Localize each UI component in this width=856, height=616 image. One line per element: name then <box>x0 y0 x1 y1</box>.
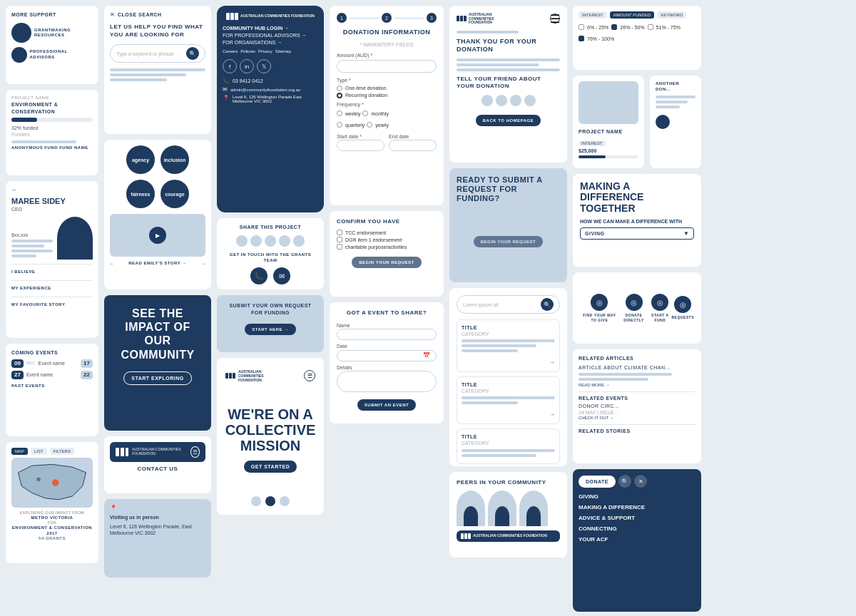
submit-request-card: SUBMIT YOUR OWN REQUEST FOR FUNDING STAR… <box>217 295 324 352</box>
project-name-label: PROJECT NAME <box>11 96 93 101</box>
amount-tab[interactable]: AMOUNT FUNDED <box>610 11 655 19</box>
range4[interactable] <box>579 36 584 41</box>
bequests-label: BEQUESTS <box>671 315 694 320</box>
phone-contact-icon[interactable]: 📞 <box>250 267 268 284</box>
menu-icon[interactable]: ☰ <box>190 446 200 458</box>
r-yearly[interactable] <box>367 122 372 128</box>
social4[interactable] <box>524 95 536 106</box>
social3[interactable] <box>510 95 521 106</box>
share-em[interactable] <box>279 235 290 247</box>
share-label: SHARE THIS PROJECT <box>223 224 318 231</box>
check-char[interactable] <box>337 244 342 250</box>
share-project-card: SHARE THIS PROJECT GET IN TOUCH WITH THE… <box>217 218 324 289</box>
r-weekly[interactable] <box>337 111 342 116</box>
search-list-icon[interactable]: 🔍 <box>541 298 554 311</box>
r-quarterly[interactable] <box>337 122 342 128</box>
name-input[interactable] <box>337 329 437 340</box>
play-icon[interactable]: ▶ <box>149 227 166 244</box>
range3[interactable] <box>648 24 653 30</box>
keyword-tab[interactable]: KEYWORD <box>657 11 686 19</box>
details-input[interactable] <box>337 371 437 392</box>
search-placeholder: Type a keyword or phrase <box>116 51 186 56</box>
donate-icon[interactable]: ◎ <box>626 294 643 311</box>
privacy-link[interactable]: Privacy <box>258 49 272 53</box>
submit-event-btn[interactable]: SUBMIT AN EVENT <box>357 399 416 411</box>
donate-btn[interactable]: DONATE <box>579 476 616 488</box>
acf-logo-small: AUSTRALIAN COMMUNITIES FOUNDATION <box>116 448 190 456</box>
menu-thankyou[interactable]: ☰ <box>550 14 560 24</box>
begin-request-btn[interactable]: BEGIN YOUR REQUEST <box>352 257 422 268</box>
project-amount: $25,000 <box>579 148 638 154</box>
linkedin-icon[interactable]: in <box>240 59 254 73</box>
search-nav-icon[interactable]: 🔍 <box>618 475 631 488</box>
step1: 1 <box>337 13 347 23</box>
read-story-link[interactable]: READ EMILY'S STORY → <box>128 261 186 267</box>
close-nav-icon[interactable]: ✕ <box>634 475 647 488</box>
policies-link[interactable]: Policies <box>240 49 255 53</box>
event-date: 24 MAY | MELB... <box>579 409 696 416</box>
social1[interactable] <box>482 95 493 106</box>
twitter-icon[interactable]: 𝕏 <box>257 59 271 73</box>
start-fund-icon[interactable]: ◎ <box>651 294 668 311</box>
quarterly: quarterly <box>345 123 365 128</box>
nav-making[interactable]: MAKING A DIFFERENCE <box>579 504 696 510</box>
confirm-card: CONFIRM YOU HAVE TCC endorsement DGR ite… <box>330 211 444 297</box>
search-bar[interactable]: Type a keyword or phrase 🔍 <box>110 44 205 63</box>
sitemap-link[interactable]: Sitemap <box>275 49 291 53</box>
find-way-icon[interactable]: ◎ <box>591 294 608 311</box>
bequests-icon[interactable]: ◎ <box>674 296 691 313</box>
range1[interactable] <box>579 24 584 30</box>
nav-connecting[interactable]: CONNECTING <box>579 525 696 532</box>
map-tab[interactable]: MAP <box>11 448 28 455</box>
share-cp[interactable] <box>293 235 305 247</box>
check-tcc[interactable] <box>337 230 342 235</box>
giving-dropdown[interactable]: GIVING <box>585 230 683 237</box>
interest-tab[interactable]: INTEREST <box>579 11 607 19</box>
check-it-out[interactable]: CHECK IT OUT → <box>579 416 696 421</box>
community-hub-link[interactable]: COMMUNITY HUB LOGIN → <box>223 26 318 31</box>
category-year: ENVIRONMENT & CONSERVATION 2017 <box>11 525 93 537</box>
nav-acf[interactable]: YOUR ACF <box>579 536 696 543</box>
begin-request-btn2[interactable]: BEGIN YOUR REQUEST <box>474 236 544 247</box>
r2: 26% - 50% <box>620 25 644 30</box>
list-search[interactable]: Lorem ipsum sit 🔍 <box>457 295 560 314</box>
r-monthly[interactable] <box>362 111 368 116</box>
menu-icon-mission[interactable]: ☰ <box>304 370 315 381</box>
start-exploring-btn[interactable]: START EXPLORING <box>123 371 191 385</box>
nav-advice[interactable]: ADVICE & SUPPORT <box>579 515 696 521</box>
back-homepage-btn[interactable]: BACK TO HOMEPAGE <box>476 115 541 126</box>
facebook-icon[interactable]: f <box>223 59 237 73</box>
share-ln[interactable] <box>265 235 276 247</box>
nav-giving[interactable]: GIVING <box>579 493 696 500</box>
share-tw[interactable] <box>250 235 262 247</box>
careers-link[interactable]: Careers <box>223 49 238 53</box>
end-date-input[interactable] <box>389 140 437 151</box>
event-name: DONOR CIRC... <box>579 403 696 409</box>
email-contact-icon[interactable]: ✉ <box>273 267 290 284</box>
filters-tab[interactable]: FILTERS <box>50 448 74 455</box>
orgs-link[interactable]: FOR ORGANISATIONS → <box>223 40 318 45</box>
check-dgr[interactable] <box>337 237 342 242</box>
radio-onetime[interactable] <box>337 86 342 91</box>
advisors-link[interactable]: FOR PROFESSIONAL ADVISORS → <box>223 33 318 38</box>
get-started-btn[interactable]: GET STARTED <box>244 461 297 473</box>
date-input[interactable]: 📅 <box>337 350 437 361</box>
email-address: admin@communityfoundation.org.au <box>230 88 300 92</box>
start-here-btn[interactable]: START HERE → <box>245 324 296 335</box>
scroll-dot3 <box>280 496 290 506</box>
article1[interactable]: ARTICLE ABOUT CLIMATE CHAN... <box>579 364 696 371</box>
peer2-avatar <box>488 491 516 526</box>
radio-recurring[interactable] <box>337 93 342 98</box>
coming-events-title: COMING EVENTS <box>11 349 93 356</box>
start-date-input[interactable] <box>337 140 384 151</box>
range2[interactable] <box>611 24 617 30</box>
list-tab[interactable]: LIST <box>31 448 47 455</box>
share-fb[interactable] <box>236 235 248 247</box>
visiting-card: 📍 Visiting us in person Level 6, 126 Wel… <box>104 499 211 578</box>
social2[interactable] <box>496 95 507 106</box>
read-more[interactable]: READ MORE → <box>579 383 696 389</box>
r4: 76% - 100% <box>587 36 614 41</box>
close-search-label[interactable]: CLOSE SEARCH <box>118 11 162 19</box>
amount-input[interactable] <box>337 60 437 73</box>
search-icon[interactable]: 🔍 <box>186 47 199 60</box>
